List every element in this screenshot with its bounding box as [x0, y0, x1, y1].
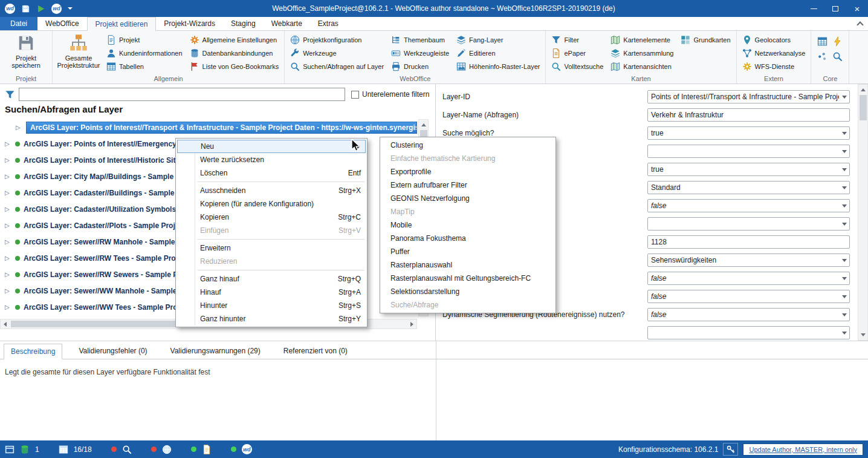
ribbon-tab[interactable]: Datei: [0, 17, 37, 30]
map-views-button[interactable]: Kartenansichten: [607, 60, 677, 73]
context-menu-item[interactable]: Erweitern: [176, 241, 367, 255]
submenu-item[interactable]: Puffer: [380, 245, 555, 258]
dropdown-arrow[interactable]: [839, 127, 849, 139]
submenu-item[interactable]: Clustering: [380, 139, 555, 152]
map-collection-button[interactable]: Kartensammlung: [607, 47, 677, 60]
dropdown-arrow[interactable]: [839, 254, 849, 266]
submenu-item[interactable]: Mobile: [380, 218, 555, 232]
filter-input[interactable]: [19, 88, 345, 101]
core-search-button[interactable]: [830, 49, 845, 64]
context-menu-item[interactable]: Ganz hinunter Strg+Y: [176, 312, 367, 326]
print-button[interactable]: Drucken: [387, 60, 453, 73]
expander-icon[interactable]: ▷: [5, 157, 11, 163]
submenu-item[interactable]: Panorama Fokusthema: [380, 232, 555, 245]
context-menu-item[interactable]: [176, 180, 367, 184]
bottom-tab[interactable]: Validierungsfehler (0): [72, 344, 154, 359]
dropdown-arrow[interactable]: [839, 272, 849, 284]
property-dropdown[interactable]: false: [647, 199, 850, 212]
ribbon-tab[interactable]: Staging: [223, 17, 264, 30]
expander-icon[interactable]: ▷: [5, 287, 11, 294]
ribbon-tab[interactable]: Projekt editieren: [87, 17, 157, 31]
save-project-button[interactable]: Projekt speichern: [2, 31, 50, 69]
submenu-item[interactable]: GEONIS Netzverfolgung: [380, 192, 555, 205]
run-icon[interactable]: [36, 4, 45, 13]
expander-icon[interactable]: ▷: [5, 206, 11, 212]
dropdown-arrow[interactable]: [839, 327, 849, 339]
property-dropdown[interactable]: [647, 326, 850, 339]
ribbon-tab[interactable]: Webkarte: [264, 17, 310, 30]
bottom-tab[interactable]: Beschreibung: [4, 344, 62, 359]
core-table-button[interactable]: [815, 34, 830, 49]
context-menu-item[interactable]: Ganz hinauf Strg+Q: [176, 272, 367, 286]
project-configuration-button[interactable]: Projektkonfiguration: [287, 33, 387, 47]
snap-layer-button[interactable]: Fang-Layer: [453, 33, 543, 47]
theme-tree-button[interactable]: Themenbaum: [387, 33, 453, 47]
toolbar-options-icon[interactable]: [68, 7, 73, 10]
expander-icon[interactable]: ▷: [5, 304, 11, 310]
property-dropdown[interactable]: Standard: [647, 181, 850, 194]
submenu-item[interactable]: Suche/Abfrage: [380, 298, 555, 312]
expander-icon[interactable]: ▷: [5, 271, 11, 278]
scroll-up-icon[interactable]: [861, 88, 866, 91]
project-button[interactable]: Projekt: [103, 33, 186, 47]
search-queries-layer-button[interactable]: Suchen/Abfragen auf Layer: [287, 60, 387, 73]
height-raster-layer-button[interactable]: Höheninfo-Raster-Layer: [453, 60, 543, 73]
context-menu-item[interactable]: [176, 237, 367, 241]
submenu-item[interactable]: Einfache thematische Kartierung: [380, 152, 555, 165]
scroll-up-icon[interactable]: [421, 123, 426, 126]
tables-button[interactable]: Tabellen: [103, 60, 186, 73]
context-menu-item[interactable]: Kopieren (für andere Konfiguration): [176, 197, 367, 211]
weboffice-icon[interactable]: wd: [51, 4, 62, 14]
property-dropdown[interactable]: false: [647, 272, 850, 285]
context-menu-item[interactable]: [176, 268, 367, 272]
submenu-item[interactable]: Rasterplanauswahl mit Geltungsbereich-FC: [380, 272, 555, 285]
scroll-left-icon[interactable]: [4, 322, 7, 327]
property-dropdown[interactable]: false: [647, 308, 850, 321]
database-status-icon[interactable]: [20, 445, 30, 454]
expander-icon[interactable]: ▷: [5, 140, 11, 147]
license-key-button[interactable]: [723, 443, 738, 456]
geolocators-button[interactable]: Geolocators: [739, 33, 809, 47]
expander-icon[interactable]: ▷: [5, 189, 11, 196]
context-menu-item[interactable]: Ausschneiden Strg+X: [176, 184, 367, 197]
context-menu-item[interactable]: Hinauf Strg+A: [176, 286, 367, 299]
property-dropdown[interactable]: 1128: [647, 235, 850, 249]
property-dropdown[interactable]: true: [647, 126, 850, 140]
app-window-icon[interactable]: [5, 445, 15, 454]
expander-icon[interactable]: ▷: [16, 124, 22, 131]
save-icon[interactable]: [21, 4, 30, 13]
submenu-item[interactable]: Exportprofile: [380, 165, 555, 178]
map-elements-button[interactable]: Kartenelemente: [607, 33, 677, 47]
submenu-item[interactable]: Selektionsdarstellung: [380, 285, 555, 298]
context-menu-item[interactable]: Löschen Entf: [176, 166, 367, 180]
maximize-button[interactable]: [824, 0, 846, 17]
edit-button[interactable]: Editieren: [453, 47, 543, 60]
service-status-icon[interactable]: [202, 445, 212, 454]
property-dropdown[interactable]: true: [647, 163, 850, 176]
scroll-down-icon[interactable]: [861, 333, 866, 336]
wfs-services-button[interactable]: WFS-Dienste: [739, 60, 809, 73]
property-dropdown[interactable]: Points of Interest//Transport & Infrastr…: [647, 90, 850, 103]
search-status-icon[interactable]: [122, 445, 132, 454]
submenu-item[interactable]: Extern aufrufbarer Filter: [380, 178, 555, 192]
network-analysis-button[interactable]: Netzwerkanalyse: [739, 47, 809, 60]
expander-icon[interactable]: ▷: [5, 222, 11, 229]
epaper-button[interactable]: ePaper: [548, 47, 607, 60]
property-dropdown[interactable]: Verkehr & Infrastruktur: [647, 108, 850, 122]
bottom-tab[interactable]: Validierungswarnungen (29): [164, 344, 267, 359]
properties-vertical-scrollbar[interactable]: [858, 84, 868, 341]
core-flash-button[interactable]: [830, 34, 845, 49]
database-connections-button[interactable]: Datenbankanbindungen: [186, 47, 283, 60]
core-cluster-button[interactable]: [815, 49, 830, 64]
scroll-right-icon[interactable]: [410, 322, 413, 327]
toolbar-button[interactable]: Werkzeugleiste: [387, 47, 453, 60]
context-menu-item[interactable]: Werte zurücksetzen: [176, 153, 367, 166]
dropdown-arrow[interactable]: [839, 309, 849, 321]
dropdown-arrow[interactable]: [839, 200, 849, 212]
dropdown-arrow[interactable]: [839, 145, 849, 157]
submenu-item[interactable]: Rasterplanauswahl: [380, 258, 555, 272]
globe-status-icon[interactable]: [162, 445, 172, 454]
customer-info-button[interactable]: Kundeninformationen: [103, 47, 186, 60]
dropdown-arrow[interactable]: [839, 218, 849, 230]
property-dropdown[interactable]: [647, 145, 850, 158]
